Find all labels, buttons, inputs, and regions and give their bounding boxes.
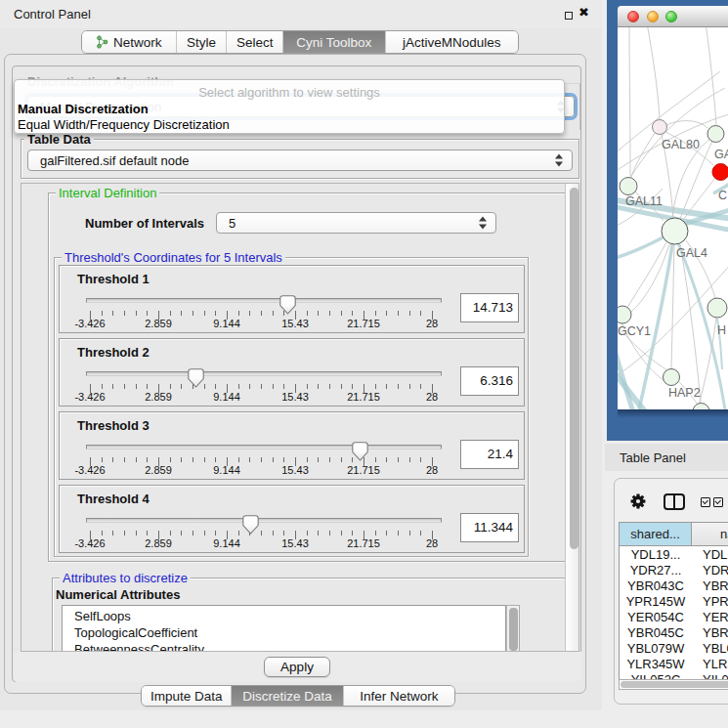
slider-thumb[interactable]: [352, 442, 368, 461]
network-node-ga[interactable]: [707, 126, 724, 143]
split-columns-icon[interactable]: [664, 493, 685, 510]
slider-minor-tick: [249, 384, 250, 389]
slider-minor-tick: [318, 531, 319, 535]
network-node-c[interactable]: [712, 164, 728, 181]
slider-track[interactable]: [86, 518, 442, 523]
table-row[interactable]: YDL19...YDL19...: [620, 547, 728, 563]
slider-thumb-shape: [279, 295, 296, 315]
attribute-list-item[interactable]: SelfLoops: [74, 609, 131, 623]
threshold-value-field[interactable]: 6.316: [460, 366, 519, 396]
table-hscrollbar-thumb[interactable]: [621, 681, 728, 688]
network-node-gal4[interactable]: [662, 218, 688, 244]
slider-minor-tick: [249, 457, 250, 462]
table-horizontal-scrollbar[interactable]: [619, 679, 728, 690]
slider-track[interactable]: [86, 298, 442, 303]
thumb-path: [243, 516, 258, 534]
cell-name: YLR345W: [703, 657, 728, 671]
table-row[interactable]: YBL079WYBL079W: [620, 641, 728, 657]
slider-minor-tick: [375, 311, 376, 316]
network-node-gcy1[interactable]: [618, 306, 631, 323]
number-of-intervals-combobox[interactable]: 5: [216, 212, 496, 234]
column-header-shared-name[interactable]: shared...: [620, 523, 692, 546]
slider-minor-tick: [112, 457, 113, 462]
vertical-scrollbar[interactable]: [565, 184, 579, 651]
slider-thumb[interactable]: [188, 368, 204, 388]
threshold-value-field[interactable]: 21.4: [460, 440, 519, 469]
float-window-icon[interactable]: [565, 12, 573, 20]
thresholds-group-label: Threshold's Coordinates for 5 Intervals: [62, 250, 285, 265]
settings-scrollpane: Interval Definition Number of Intervals …: [21, 183, 579, 652]
close-icon[interactable]: ✖: [578, 5, 589, 20]
slider-minor-tick: [329, 531, 330, 535]
network-edge: [629, 27, 630, 176]
network-node-label: HAP2: [668, 386, 701, 400]
network-canvas[interactable]: GAL80GACGAL11GAL4GCY1HHAP2: [618, 27, 728, 409]
slider-minor-tick: [112, 384, 113, 389]
tab-style[interactable]: Style: [177, 31, 228, 53]
tab-impute-data[interactable]: Impute Data: [142, 686, 232, 706]
apply-button[interactable]: Apply: [264, 657, 330, 677]
slider-minor-tick: [341, 457, 342, 462]
network-node-gal80[interactable]: [653, 120, 667, 135]
network-node-h[interactable]: [707, 298, 727, 318]
column-header-name[interactable]: name: [692, 523, 728, 546]
network-node-hap2[interactable]: [664, 369, 680, 386]
checkbox-icon[interactable]: [701, 497, 710, 507]
traffic-light-close-icon[interactable]: [627, 11, 639, 22]
slider-track[interactable]: [86, 371, 442, 376]
numerical-attributes-list[interactable]: SelfLoopsTopologicalCoefficientBetweenne…: [62, 605, 506, 652]
slider-tick-label: -3.426: [65, 537, 114, 549]
table-data-combobox[interactable]: galFiltered.sif default node: [27, 150, 573, 171]
threshold-value-field[interactable]: 14.713: [460, 293, 519, 322]
slider-minor-tick: [238, 531, 239, 535]
table-toolbar: [615, 479, 728, 522]
traffic-light-zoom-icon[interactable]: [665, 11, 677, 22]
tab-discretize-data[interactable]: Discretize Data: [232, 686, 343, 706]
attribute-list-item[interactable]: BetweennessCentrality: [74, 642, 204, 652]
tab-jactivemnodules[interactable]: jActiveMNodules: [386, 31, 518, 53]
tab-network[interactable]: Network: [82, 31, 177, 53]
tab-select[interactable]: Select: [227, 31, 283, 53]
table-row[interactable]: YBR045CYBR045C: [620, 625, 728, 641]
slider-track[interactable]: [86, 445, 442, 450]
network-node-gal11[interactable]: [620, 178, 637, 195]
slider-thumb[interactable]: [279, 295, 296, 315]
vertical-scrollbar-thumb[interactable]: [570, 188, 578, 549]
attributes-list-scrollbar[interactable]: [506, 605, 520, 652]
table-row[interactable]: YER054CYER054C: [620, 610, 728, 625]
slider-minor-tick: [215, 384, 216, 389]
threshold-value-field[interactable]: 11.344: [460, 513, 519, 542]
slider-minor-tick: [329, 311, 330, 316]
gear-icon[interactable]: [630, 493, 646, 509]
table-data-combobox-value: galFiltered.sif default node: [28, 153, 189, 168]
tab-label: Network: [113, 35, 162, 50]
slider-minor-tick: [102, 531, 103, 535]
slider-minor-tick: [181, 311, 182, 316]
canvas-shadow: [618, 409, 728, 418]
algorithm-dropdown-popup: Select algorithm to view settings Manual…: [14, 79, 565, 134]
table-panel-titlebar[interactable]: Table Panel: [605, 444, 728, 471]
cell-name: YER054C: [703, 610, 728, 624]
table-row[interactable]: YDR27...YDR27...: [620, 563, 728, 578]
table-row[interactable]: YLR345WYLR345W: [620, 657, 728, 672]
network-window-titlebar[interactable]: [618, 6, 728, 27]
dropdown-item-equal-width[interactable]: Equal Width/Frequency Discretization: [18, 117, 230, 132]
numerical-attributes-label: Numerical Attributes: [56, 587, 180, 602]
traffic-light-minimize-icon[interactable]: [647, 11, 659, 22]
cell-shared-name: YLR345W: [620, 657, 692, 671]
slider-minor-tick: [329, 457, 330, 462]
slider-minor-tick: [409, 457, 410, 462]
attribute-list-item[interactable]: TopologicalCoefficient: [74, 625, 197, 640]
slider-thumb[interactable]: [242, 515, 259, 535]
control-panel-titlebar[interactable]: Control Panel ✖: [0, 0, 602, 28]
tab-cyni-toolbox[interactable]: Cyni Toolbox: [283, 31, 386, 53]
threshold-label: Threshold 4: [77, 492, 150, 506]
table-row[interactable]: YPR145WYPR145W: [620, 594, 728, 610]
tab-infer-network[interactable]: Infer Network: [344, 686, 454, 706]
attributes-scrollbar-thumb[interactable]: [509, 608, 518, 651]
dropdown-item-manual-discretization[interactable]: Manual Discretization: [18, 102, 149, 116]
slider-minor-tick: [318, 311, 319, 316]
checkbox-icon[interactable]: [713, 497, 723, 507]
table-row[interactable]: YBR043CYBR043C: [620, 578, 728, 594]
slider-minor-tick: [318, 457, 319, 462]
